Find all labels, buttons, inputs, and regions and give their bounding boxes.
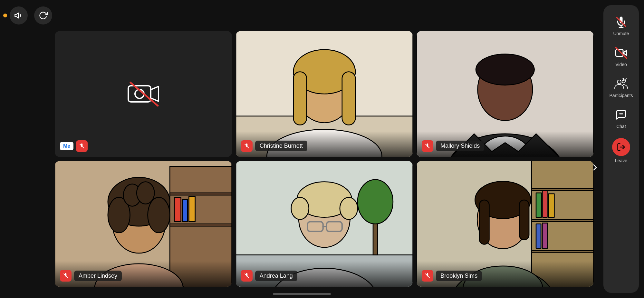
main-area: Me (0, 0, 603, 298)
refresh-icon (39, 11, 48, 20)
chat-icon-container (614, 108, 628, 122)
svg-rect-56 (532, 188, 594, 191)
mute-icon-mallory (425, 143, 430, 149)
volume-button[interactable] (10, 6, 28, 25)
video-label: Video (615, 62, 627, 67)
name-label-brooklyn: Brooklyn Sims (436, 271, 482, 281)
svg-rect-59 (536, 193, 541, 217)
leave-icon (617, 143, 626, 152)
svg-point-47 (291, 197, 309, 219)
mute-icon-brooklyn (425, 273, 430, 279)
svg-point-43 (358, 179, 393, 224)
mute-icon-christine (244, 143, 250, 149)
video-tile-andrea: Andrea Lang (236, 161, 413, 287)
status-dot (3, 14, 7, 17)
svg-marker-0 (15, 13, 18, 18)
video-tile-brooklyn: Brooklyn Sims (417, 161, 594, 287)
mute-badge-christine (241, 140, 253, 152)
mute-icon-andrea (244, 273, 250, 279)
mute-badge-brooklyn (422, 270, 433, 282)
volume-icon (14, 11, 23, 20)
no-video-placeholder (126, 79, 161, 108)
name-label-andrea: Andrea Lang (255, 271, 297, 281)
svg-rect-12 (342, 72, 355, 125)
right-panel: Unmute Video 17 Participants (603, 5, 639, 293)
svg-point-36 (137, 182, 154, 204)
svg-point-34 (148, 197, 170, 233)
participants-button[interactable]: 17 Participants (607, 74, 636, 101)
unmute-icon (615, 16, 627, 28)
video-tile-amber: Amber Lindsey (55, 161, 232, 287)
me-label: Me (60, 142, 73, 150)
video-button[interactable]: Video (607, 43, 636, 70)
svg-point-20 (476, 54, 534, 85)
refresh-button[interactable] (34, 6, 52, 25)
svg-rect-11 (293, 72, 306, 125)
svg-rect-29 (189, 196, 195, 222)
svg-rect-63 (543, 223, 548, 248)
video-tile-mallory: Mallory Shields (417, 31, 594, 157)
svg-rect-28 (182, 199, 187, 222)
name-label-christine: Christine Burnett (255, 141, 307, 151)
unmute-icon-container (614, 15, 628, 29)
video-grid: Me (0, 31, 603, 293)
leave-button[interactable] (612, 138, 630, 156)
svg-rect-25 (170, 193, 232, 195)
camera-slash-icon (126, 79, 161, 108)
top-bar (0, 0, 603, 31)
mute-icon-amber (63, 273, 69, 279)
svg-rect-57 (532, 219, 594, 222)
svg-rect-1 (128, 86, 151, 102)
name-badge-brooklyn: Brooklyn Sims (422, 270, 482, 282)
svg-point-77 (617, 80, 621, 84)
unmute-button[interactable]: Unmute (607, 12, 636, 39)
chat-button[interactable]: Chat (607, 104, 636, 132)
unmute-label: Unmute (613, 31, 629, 36)
scroll-bar (273, 293, 331, 295)
chat-icon (615, 109, 627, 121)
participants-icon-container: 17 (614, 77, 628, 91)
name-badge-christine: Christine Burnett (241, 140, 307, 152)
video-tile-christine: Christine Burnett (236, 31, 413, 157)
video-icon (615, 47, 627, 59)
mute-icon-me (79, 143, 85, 149)
mute-badge-amber (60, 270, 72, 282)
video-icon-container (614, 46, 628, 60)
name-label-amber: Amber Lindsey (74, 271, 122, 281)
mute-badge-mallory (422, 140, 433, 152)
name-label-mallory: Mallory Shields (436, 141, 484, 151)
name-badge-andrea: Andrea Lang (241, 270, 297, 282)
name-badge-amber: Amber Lindsey (60, 270, 122, 282)
svg-rect-60 (543, 191, 547, 217)
svg-point-48 (340, 197, 358, 219)
svg-rect-27 (174, 197, 181, 222)
name-badge-mallory: Mallory Shields (422, 140, 484, 152)
svg-rect-69 (519, 200, 529, 240)
video-tile-me: Me (55, 31, 232, 157)
leave-label: Leave (615, 158, 627, 163)
scroll-indicator (0, 293, 603, 298)
participants-count: 17 (622, 77, 627, 82)
mute-badge-me (76, 140, 88, 152)
svg-rect-61 (549, 194, 554, 217)
svg-rect-62 (536, 224, 541, 248)
svg-rect-58 (532, 250, 594, 253)
svg-rect-68 (479, 200, 489, 244)
name-badge-me: Me (60, 140, 88, 152)
svg-rect-26 (170, 224, 232, 226)
mute-badge-andrea (241, 270, 253, 282)
leave-container: Leave (612, 137, 630, 163)
chat-label: Chat (616, 124, 626, 129)
participants-label: Participants (609, 93, 633, 98)
